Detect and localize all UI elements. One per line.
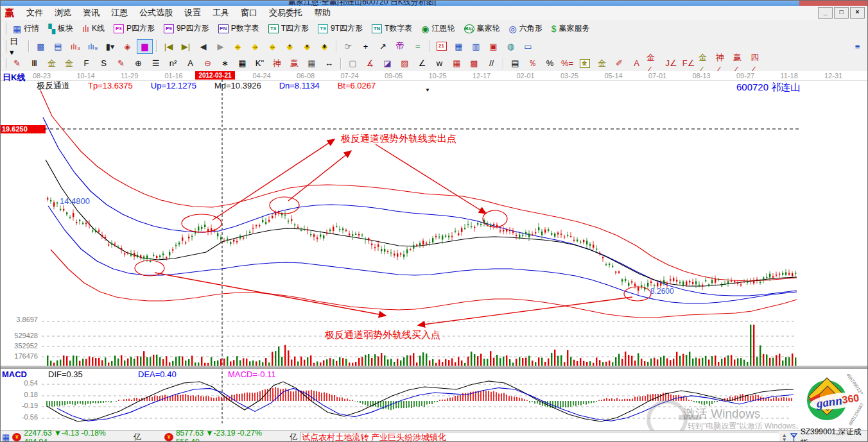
quotes-button[interactable]: ▦行情 <box>8 21 44 36</box>
si-angle-icon[interactable]: 四∠ <box>750 56 766 71</box>
diamond-left-icon[interactable]: ◆← <box>230 39 246 54</box>
gann-text-icon[interactable]: 帝 <box>392 39 408 54</box>
parallel-icon[interactable]: // <box>483 56 499 71</box>
box-select-icon[interactable]: ▢ <box>345 56 361 71</box>
sectors-button[interactable]: ▚板块 <box>44 21 78 36</box>
cycle-circle-icon[interactable]: ⊖ <box>200 56 216 71</box>
percent-icon[interactable]: % <box>542 56 558 71</box>
first-bar-icon[interactable]: |◀ <box>161 39 177 54</box>
next-bar-icon[interactable]: ▶ <box>213 39 229 54</box>
candle-style-dropdown[interactable]: ▮▾ <box>102 39 118 54</box>
p9-square-button[interactable]: P99P四方形 <box>159 21 214 36</box>
current-index-label[interactable]: SZ399001,深证成指 <box>801 427 868 442</box>
grid-arrow-icon[interactable]: ▩ <box>466 56 482 71</box>
spiral-icon[interactable]: S <box>96 56 112 71</box>
flag-pen-icon[interactable]: ✐ <box>611 56 627 71</box>
diamond-expand-icon[interactable]: ◆+ <box>282 39 298 54</box>
diamond-right-icon[interactable]: ◆→ <box>247 39 263 54</box>
gold2-angle-icon[interactable]: 金∠ <box>698 56 714 71</box>
boxed-fan-icon[interactable]: ◪ <box>379 56 395 71</box>
menu-item-5[interactable]: 设置 <box>178 6 207 20</box>
hexpand-icon[interactable]: ↔ <box>321 56 337 71</box>
t9-square-button[interactable]: T99T四方形 <box>313 21 367 36</box>
zigzag-icon[interactable]: w <box>431 56 447 71</box>
pen-tool-icon[interactable]: ✎ <box>9 56 25 71</box>
square-n2-icon[interactable]: n² <box>165 56 181 71</box>
notebook-icon[interactable]: ▥ <box>468 39 484 54</box>
t-table-button[interactable]: TNT数字表 <box>367 21 417 36</box>
close-button[interactable]: × <box>850 7 865 19</box>
shenzhen-index-quote[interactable]: 8577.63 ▼-23.19 -0.27% 556.40 <box>176 429 287 442</box>
golden-band-icon[interactable]: 金 <box>61 56 77 71</box>
gold-angle-icon[interactable]: 金∠ <box>646 56 662 71</box>
price-list-icon[interactable]: ▤ <box>507 56 523 71</box>
menu-item-2[interactable]: 资讯 <box>77 6 105 20</box>
ying-grid-icon[interactable]: 赢 <box>286 56 302 71</box>
wave-a-icon[interactable]: A <box>629 56 645 71</box>
bars9-icon[interactable]: ılı₉ <box>85 39 101 54</box>
menu-item-8[interactable]: 交易委托 <box>263 6 308 20</box>
f-angle-icon[interactable]: F∠ <box>681 56 697 71</box>
menu-item-4[interactable]: 公式选股 <box>134 6 178 20</box>
pattern-icon[interactable]: ▩ <box>33 39 49 54</box>
period-day-dropdown[interactable]: 日 ▾ <box>9 39 25 54</box>
gann-circle-icon[interactable]: ⊕ <box>130 56 146 71</box>
report-icon[interactable]: ▤ <box>50 39 66 54</box>
fibonacci-icon[interactable]: F <box>78 56 94 71</box>
red-stamp-icon[interactable]: ◈ <box>119 39 135 54</box>
web-icon[interactable]: ∗ <box>217 56 233 71</box>
titlebar-close-button[interactable] <box>799 1 868 6</box>
color-histogram-icon[interactable]: ▆ <box>137 39 153 54</box>
diamond-full-icon[interactable]: ◆∗ <box>317 39 333 54</box>
percent-levels-icon[interactable]: %= <box>559 56 575 71</box>
winner-wheel-button[interactable]: Big赢家轮 <box>460 21 505 36</box>
red-pen-icon[interactable]: ✎ <box>113 56 129 71</box>
last-bar-icon[interactable]: ▶| <box>178 39 194 54</box>
grid-box-icon[interactable]: ▦ <box>234 56 250 71</box>
menu-item-9[interactable]: 帮助 <box>308 6 336 20</box>
vlines-tool-icon[interactable]: Ⅲ <box>26 56 42 71</box>
percent-line-icon[interactable]: ％ <box>525 56 541 71</box>
hexagon-button[interactable]: ◎六角形 <box>505 21 547 36</box>
angle-lines-icon[interactable]: ∠ <box>414 56 430 71</box>
menu-item-3[interactable]: 江恩 <box>105 6 134 20</box>
news-ticker[interactable]: 试点农村土地流转 产业巨头纷涉城镇化 <box>300 432 779 442</box>
quote-grid-icon[interactable]: ▦ <box>2 433 10 442</box>
wave-icon[interactable]: ≈ <box>410 39 426 54</box>
menu-item-0[interactable]: 文件 <box>21 6 49 20</box>
ying-angle-icon[interactable]: 赢∠ <box>733 56 749 71</box>
prev-bar-icon[interactable]: ◀ <box>195 39 211 54</box>
menu-item-1[interactable]: 浏览 <box>49 6 77 20</box>
menu-item-7[interactable]: 窗口 <box>235 6 263 20</box>
shen-grid-icon[interactable]: 神 <box>269 56 285 71</box>
p-square-button[interactable]: P3P四方形 <box>109 21 159 36</box>
computer-icon[interactable]: ▭ <box>520 39 536 54</box>
gann-wheel-button[interactable]: ◉江恩轮 <box>417 21 459 36</box>
gold-circle-icon[interactable]: 金 <box>577 56 593 71</box>
restore-button[interactable]: □ <box>834 7 849 19</box>
save-icon[interactable]: ▣ <box>485 39 501 54</box>
diamond-hmove-icon[interactable]: ◆↔ <box>265 39 281 54</box>
j-angle-icon[interactable]: J∠ <box>663 56 679 71</box>
boxed-lines-icon[interactable]: ▨ <box>397 56 413 71</box>
indicator-name[interactable]: 极反通道 <box>37 80 70 92</box>
minimize-button[interactable]: _ <box>818 7 833 19</box>
network-icon[interactable]: ◍ <box>503 39 519 54</box>
gold-lines-icon[interactable]: 金 <box>594 56 610 71</box>
bars3-icon[interactable]: ılı₃ <box>67 39 83 54</box>
calendar-icon[interactable]: 21 <box>433 39 449 54</box>
calculator-icon[interactable]: ▦ <box>451 39 467 54</box>
t-square-button[interactable]: T3T四方形 <box>264 21 313 36</box>
more-tools-icon[interactable]: ≡ <box>849 39 865 54</box>
crosshair-icon[interactable]: + <box>358 39 374 54</box>
dense-grid-icon[interactable]: ▦ <box>304 56 320 71</box>
pane-splitter[interactable] <box>1 366 868 369</box>
time-lines-icon[interactable]: ☰ <box>148 56 164 71</box>
diamond-compress-icon[interactable]: ◆× <box>299 39 315 54</box>
apex-icon[interactable]: A <box>182 56 198 71</box>
indicator-dropdown-icon[interactable]: ▼ <box>425 87 430 93</box>
winner-service-button[interactable]: $赢家服务 <box>547 21 595 36</box>
golden-section-icon[interactable]: 金 <box>44 56 60 71</box>
polyline-icon[interactable]: ↗ <box>375 39 391 54</box>
p-table-button[interactable]: PNP数字表 <box>214 21 264 36</box>
